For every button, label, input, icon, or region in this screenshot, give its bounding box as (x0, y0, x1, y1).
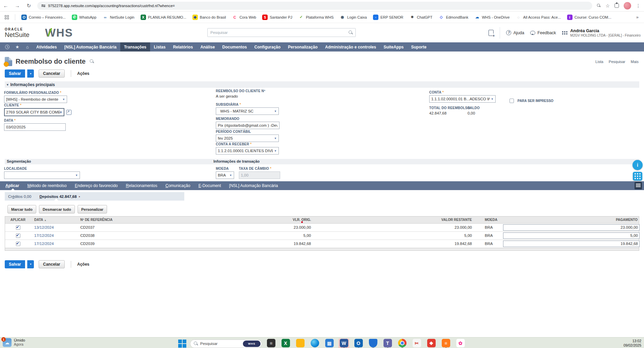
bookmarks-overflow-icon[interactable]: » (636, 15, 641, 20)
taskbar-clock[interactable]: 13:02 09/02/2025 (623, 339, 641, 348)
bookmark-star-icon[interactable]: ☆ (605, 3, 610, 8)
bookmark-item[interactable]: i Course: Curso COM... (567, 15, 611, 20)
nav-item[interactable]: Análise (196, 42, 219, 52)
col-moeda[interactable]: MOEDA (473, 217, 500, 223)
actions-menu[interactable]: Ações (77, 71, 89, 76)
save-dropdown-icon[interactable]: ▼ (27, 69, 34, 78)
taskbar-app-icon[interactable]: ≡ (266, 339, 276, 348)
bookmark-item[interactable]: ◉ Login Caixa (340, 15, 367, 20)
nav-item[interactable]: [NSL] Automação Bancária (61, 42, 120, 52)
custom-form-select[interactable]: [WHS] - Reembolso de cliente▼ (4, 96, 67, 103)
taskbar-app-icon[interactable] (295, 339, 306, 348)
memorando-input[interactable] (216, 122, 279, 129)
site-info-icon[interactable] (41, 4, 45, 7)
conta-select[interactable]: 1.1.1.02.00001.01 B...ADESCO WHS - MATRI… (429, 95, 496, 103)
tab-item[interactable]: Comunicação (161, 181, 194, 190)
payment-input[interactable] (503, 232, 640, 239)
windows-start-icon[interactable] (178, 340, 186, 348)
lista-link[interactable]: Lista (596, 60, 603, 64)
col-valor-restante[interactable]: VALOR RESTANTE (312, 217, 473, 223)
bookmark-item[interactable]: ✳ ChatGPT (410, 15, 433, 20)
date-link[interactable]: 17/12/2024 (34, 233, 54, 238)
nav-item[interactable]: Suporte (408, 42, 430, 52)
taskbar-app-icon[interactable]: ≡ (440, 339, 451, 348)
cliente-input[interactable]: 2769 SOLAR CITY BSB COMERCIO E SERVI » (4, 108, 64, 116)
col-data[interactable]: DATA▲ (31, 217, 77, 223)
personalizar-button[interactable]: Personalizar (78, 205, 107, 213)
col-referencia[interactable]: Nº DE REFERÊNCIA (77, 217, 234, 223)
shortcuts-star-icon[interactable]: ★ (12, 42, 22, 52)
nav-item[interactable]: Documentos (219, 42, 251, 52)
nav-item[interactable]: Relatórios (169, 42, 197, 52)
moeda-select[interactable]: BRA▼ (216, 171, 234, 179)
taskbar-app-icon[interactable] (309, 339, 320, 348)
bookmark-item[interactable]: ∞ NetSuite Login (103, 15, 134, 20)
apps-grid-icon[interactable] (5, 15, 9, 19)
subtab-creditos[interactable]: Créditos 0,00 (8, 195, 31, 199)
col-vlr-orig[interactable]: VLR. ORIG. (234, 217, 312, 223)
payment-input[interactable] (503, 224, 640, 231)
nav-item[interactable]: Configuração (251, 42, 284, 52)
list-view-icon[interactable] (635, 182, 642, 189)
taskbar-app-icon[interactable]: W (338, 339, 349, 348)
tab-item[interactable]: Endereço do favorecido (71, 181, 122, 190)
browser-menu-icon[interactable]: ⋮ (636, 3, 641, 8)
mais-link[interactable]: Mais (631, 60, 639, 64)
cancel-button[interactable]: Cancelar (39, 69, 65, 78)
actions-menu[interactable]: Ações (77, 262, 89, 267)
title-search-icon[interactable] (90, 59, 94, 63)
info-widget-icon[interactable]: i (632, 160, 643, 170)
para-ser-impresso-checkbox[interactable] (510, 99, 514, 103)
bookmark-item[interactable]: C Cora Web (232, 15, 256, 20)
nav-item[interactable]: Listas (150, 42, 169, 52)
browser-avatar[interactable] (624, 2, 631, 9)
open-record-icon[interactable] (66, 110, 71, 115)
bookmark-item[interactable]: X PLANILHA RESUMO... (141, 15, 186, 20)
bookmark-item[interactable]: ◈ Banco do Brasil (192, 15, 226, 20)
col-aplicar[interactable]: APLICAR (5, 217, 31, 223)
desmarcar-tudo-button[interactable]: Desmarcar tudo (39, 205, 75, 213)
marcar-tudo-button[interactable]: Marcar tudo (7, 205, 36, 213)
user-menu[interactable]: Andréa Garcia M2GV HOLDING LTDA - [GERAL… (562, 28, 641, 37)
taskbar-app-icon[interactable]: O (353, 339, 364, 348)
forward-icon[interactable]: → (12, 3, 23, 8)
taskbar-app-icon[interactable]: X (280, 339, 291, 348)
taskbar-app-icon[interactable] (368, 339, 378, 348)
taskbar-app-icon[interactable]: T (382, 339, 393, 348)
pesquisar-link[interactable]: Pesquisar (609, 60, 625, 64)
taskbar-search[interactable]: Pesquisar WHS (190, 340, 262, 348)
extensions-icon[interactable] (615, 3, 619, 8)
nav-item[interactable]: Transações (120, 42, 150, 52)
payment-input[interactable] (503, 241, 640, 247)
nav-item[interactable]: SuiteApps (380, 42, 407, 52)
oracle-netsuite-logo[interactable]: ORACLE NetSuite (5, 28, 29, 38)
address-bar[interactable]: 9752278.app.netsuite.com/app/accounting/… (37, 2, 592, 10)
cancel-button[interactable]: Cancelar (39, 260, 65, 268)
conta-receber-select[interactable]: 1.1.2.01.00001 CLIENTES DIVERSOS▼ (216, 147, 279, 155)
dialpad-icon[interactable] (633, 172, 642, 181)
taskbar-app-icon[interactable]: ❖ (426, 339, 437, 348)
col-pagamento[interactable]: PAGAMENTO (500, 217, 639, 223)
bookmark-item[interactable]: ✓ Plataforma WHS (298, 15, 334, 20)
save-dropdown-icon[interactable]: ▼ (27, 260, 34, 268)
tab-item[interactable]: Aplicar (1, 181, 23, 190)
nav-item[interactable]: Personalização (284, 42, 321, 52)
apply-checkbox[interactable] (16, 242, 20, 246)
zoom-icon[interactable] (597, 4, 601, 7)
tab-item[interactable]: Relacionamentos (122, 181, 162, 190)
recent-records-icon[interactable] (2, 42, 12, 52)
back-icon[interactable]: ← (0, 3, 12, 8)
bookmark-item[interactable]: ◦ ERP SENIOR (373, 15, 403, 20)
subsidiaria-select[interactable]: WHS - MATRIZ SC▼ (216, 107, 279, 115)
apply-checkbox[interactable] (16, 225, 20, 230)
bookmark-item[interactable]: O Correio – Financeiro... (21, 15, 66, 20)
bookmark-item[interactable]: ◇ EdmondBank (438, 15, 468, 20)
home-icon[interactable]: ⌂ (22, 42, 33, 52)
taskbar-app-icon[interactable]: ✂ (411, 339, 422, 348)
reload-icon[interactable]: ↻ (23, 3, 35, 9)
taskbar-app-icon[interactable] (397, 339, 408, 348)
periodo-select[interactable]: fev 2025▼ (216, 135, 279, 142)
bookmark-item[interactable]: ✆ WhatsApp (72, 15, 97, 20)
nav-item[interactable]: Atividades (33, 42, 61, 52)
section-main-header[interactable]: ▾ Informações principais (5, 81, 639, 88)
